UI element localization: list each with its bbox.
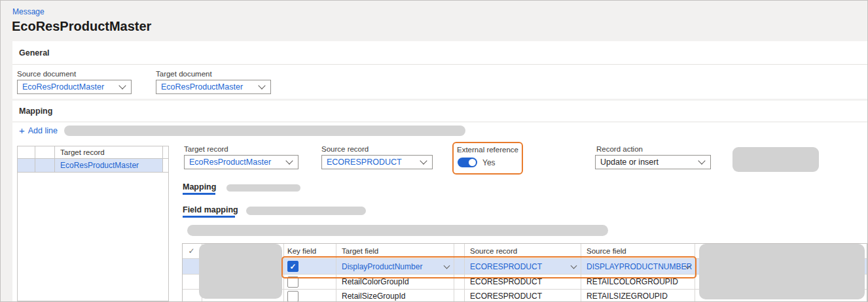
source-record-dropdown[interactable]: ECORESPRODUCT [321, 155, 433, 169]
records-grid-header-row: Target record [18, 146, 168, 159]
external-reference-toggle[interactable] [458, 158, 477, 167]
target-field-value: RetailSizeGroupId [342, 292, 405, 301]
tab-mapping[interactable]: Mapping [183, 182, 216, 192]
key-field-checkbox[interactable] [287, 277, 298, 288]
target-field-cell[interactable]: RetailColorGroupId [336, 275, 454, 290]
field-grid-header-source-field[interactable]: Source field [581, 244, 695, 259]
tab-field-mapping-underline [183, 216, 235, 218]
chevron-down-icon [118, 82, 126, 89]
source-record-value: ECORESPRODUCT [470, 262, 542, 271]
records-grid-row[interactable]: EcoResProductMaster [18, 159, 168, 173]
key-field-checkbox[interactable] [287, 291, 298, 302]
spacer-cell [454, 275, 465, 290]
chevron-down-icon [258, 82, 265, 89]
target-record-value: EcoResProductMaster [189, 158, 271, 167]
source-field-value: DISPLAYPRODUCTNUMBER [587, 262, 692, 271]
field-grid-header-source-record[interactable]: Source record [465, 244, 581, 259]
source-document-dropdown[interactable]: EcoResProductMaster [17, 80, 132, 94]
general-section-card [12, 41, 868, 99]
source-record-cell[interactable]: ECORESPRODUCT [465, 290, 581, 302]
target-field-cell[interactable]: DisplayProductNumber [336, 259, 454, 275]
add-line-label: Add line [28, 126, 58, 135]
record-action-label: Record action [596, 145, 643, 153]
spacer-cell [454, 259, 465, 275]
external-reference-label: External reference [457, 146, 518, 154]
records-grid-row-marker-cell[interactable] [18, 159, 35, 172]
target-document-label: Target document [156, 70, 212, 78]
target-record-dropdown[interactable]: EcoResProductMaster [184, 155, 298, 169]
target-field-value: RetailColorGroupId [342, 277, 409, 286]
redacted-tab-blob [246, 207, 366, 215]
chevron-down-icon [571, 262, 577, 269]
target-document-value: EcoResProductMaster [161, 82, 243, 92]
field-grid-header-key-field[interactable]: Key field [284, 244, 336, 259]
key-field-cell[interactable] [284, 259, 336, 275]
plus-icon [19, 126, 25, 135]
source-record-value: ECORESPRODUCT [470, 292, 542, 301]
source-record-cell[interactable]: ECORESPRODUCT [465, 259, 581, 275]
redacted-button-blob [732, 147, 819, 172]
tab-field-mapping[interactable]: Field mapping [183, 205, 238, 214]
external-reference-value: Yes [482, 158, 496, 167]
target-document-dropdown[interactable]: EcoResProductMaster [156, 80, 271, 94]
message-mapping-page: Message EcoResProductMaster General Sour… [0, 0, 868, 302]
chevron-down-icon [420, 157, 427, 164]
source-document-value: EcoResProductMaster [22, 82, 104, 92]
mapping-section-title[interactable]: Mapping [19, 107, 52, 116]
redacted-column-blob [199, 244, 282, 299]
source-field-cell[interactable]: DISPLAYPRODUCTNUMBER [581, 259, 695, 275]
general-section-divider [12, 64, 868, 65]
redacted-toolbar-blob [64, 126, 465, 136]
records-grid-row-target-record[interactable]: EcoResProductMaster [55, 159, 163, 172]
source-record-value: ECORESPRODUCT [327, 158, 402, 167]
record-action-dropdown[interactable]: Update or insert [595, 155, 711, 169]
mapping-section-divider [12, 122, 868, 122]
records-grid-header-target-record[interactable]: Target record [55, 146, 163, 158]
chevron-down-icon [285, 157, 293, 164]
spacer-cell [454, 290, 465, 302]
tab-mapping-underline [183, 193, 215, 195]
target-field-value: DisplayProductNumber [342, 262, 422, 271]
breadcrumb-message-link[interactable]: Message [12, 7, 45, 16]
mapping-records-grid: Target record EcoResProductMaster [17, 146, 169, 301]
source-field-value: RETAILSIZEGROUPID [587, 292, 668, 301]
key-field-cell[interactable] [284, 290, 336, 302]
source-document-label: Source document [17, 70, 76, 78]
key-field-checkbox[interactable] [287, 261, 298, 272]
select-all-checkmark-icon [189, 246, 196, 256]
redacted-column-blob [699, 244, 865, 299]
target-record-label: Target record [184, 145, 228, 153]
field-grid-header-target-field[interactable]: Target field [336, 244, 454, 259]
page-title: EcoResProductMaster [12, 19, 151, 34]
source-record-label: Source record [321, 145, 369, 153]
toggle-knob [469, 159, 476, 166]
records-grid-header-spacer [18, 146, 35, 158]
general-section-title[interactable]: General [19, 48, 50, 58]
key-field-cell[interactable] [284, 275, 336, 290]
add-line-button[interactable]: Add line [19, 126, 58, 135]
source-field-value: RETAILCOLORGROUPID [587, 277, 678, 286]
records-grid-row-spacer-cell[interactable] [35, 159, 55, 172]
redacted-tab-blob [226, 184, 300, 192]
source-record-value: ECORESPRODUCT [470, 277, 542, 286]
chevron-down-icon [698, 157, 705, 164]
record-action-value: Update or insert [600, 158, 659, 167]
source-record-cell[interactable]: ECORESPRODUCT [465, 275, 581, 290]
field-grid-header-spacer [454, 244, 465, 259]
source-field-cell[interactable]: RETAILCOLORGROUPID [581, 275, 695, 290]
chevron-down-icon [444, 262, 450, 269]
source-field-cell[interactable]: RETAILSIZEGROUPID [581, 290, 695, 302]
target-field-cell[interactable]: RetailSizeGroupId [336, 290, 454, 302]
records-grid-header-spacer [35, 146, 55, 158]
redacted-field-toolbar-blob [187, 225, 608, 236]
